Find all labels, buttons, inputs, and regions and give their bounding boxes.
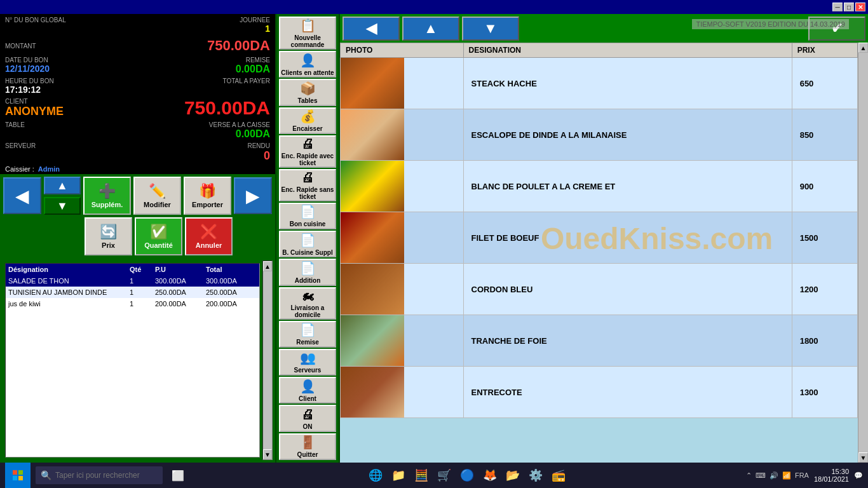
store-icon[interactable]: 🛒 (434, 465, 454, 485)
menu-item-name-3: BLANC DE POULET A LA CREME ET (463, 161, 792, 212)
svg-rect-1 (18, 470, 23, 475)
client-label: Client (299, 395, 316, 402)
folder2-icon[interactable]: 📂 (503, 465, 523, 485)
journee-value: 1 (139, 24, 271, 34)
order-list[interactable]: Désignation Qté P.U Total SALADE DE THON… (5, 263, 260, 458)
order-scrollbar[interactable]: ▲ ▼ (262, 261, 273, 460)
addition-icon: 📄 (300, 261, 316, 276)
annuler-button[interactable]: ❌ Annuler (185, 217, 233, 255)
back-button[interactable]: ◀ (3, 177, 41, 214)
taskbar-right: ⌃ ⌨ 🔊 📶 FRA 15:30 18/01/2021 💬 (746, 468, 868, 483)
order-row[interactable]: TUNISIEN AU JAMBON DINDE 1 250.00DA 250.… (6, 287, 259, 298)
start-button[interactable] (5, 463, 31, 488)
menu-row[interactable]: FILET DE BOEUF 1500 (341, 212, 858, 264)
montant-value: 750.00DA (207, 37, 270, 54)
explorer-icon[interactable]: 📁 (388, 465, 409, 485)
up-button[interactable]: ▲ (44, 177, 81, 194)
minimize-button[interactable]: ─ (832, 3, 843, 11)
heure-section: HEURE DU BON 17:19:12 (5, 78, 137, 95)
menu-row[interactable]: STEACK HACHE 650 (341, 58, 858, 109)
volume-icon[interactable]: 🔊 (770, 471, 778, 480)
middle-sidebar: 📋 Nouvelle commande 👤 Clients en attente… (276, 14, 340, 463)
livraison-button[interactable]: 🏍 Livraison a domicile (279, 287, 336, 320)
taskbar-app-icons: 🌐 📁 🧮 🛒 🔵 🦊 📂 ⚙️ 📻 (365, 465, 569, 485)
caissier-label: Caissier : (5, 165, 34, 173)
menu-row[interactable]: BLANC DE POULET A LA CREME ET 900 (341, 161, 858, 212)
menu-row[interactable]: CORDON BLEU 1200 (341, 264, 858, 315)
edge-icon[interactable]: 🌐 (365, 465, 386, 485)
modifier-label: Modifier (144, 201, 171, 208)
chrome-icon[interactable]: 🔵 (457, 465, 477, 485)
date-value: 12/11/2020 (5, 64, 137, 74)
quitter-button[interactable]: 🚪 Quitter (279, 433, 336, 460)
modifier-button[interactable]: ✏️ Modifier (133, 177, 181, 215)
menu-scroll-area[interactable]: PHOTO DESIGNATION PRIX STEACK HACHE 650 (340, 43, 858, 463)
close-button[interactable]: ✕ (855, 3, 865, 11)
addition-button[interactable]: 📄 Addition (279, 259, 336, 285)
item-name: jus de kiwi (8, 300, 130, 308)
scroll-track (263, 271, 272, 449)
calc-icon[interactable]: 🧮 (411, 465, 431, 485)
taskbar-left: 🔍 ⬜ (0, 463, 188, 488)
enc-rapide-sans-icon: 🖨 (301, 170, 314, 185)
menu-row[interactable]: ENTRECOTE 1300 (341, 367, 858, 418)
notification-icon[interactable]: 💬 (854, 471, 863, 480)
tables-icon: 📦 (300, 81, 316, 96)
suppl-button[interactable]: ➕ Supplém. (83, 177, 131, 215)
up-arrow-icon: ▲ (57, 179, 68, 193)
date-section: DATE DU BON 12/11/2020 (5, 57, 137, 75)
firefox-icon[interactable]: 🦊 (480, 465, 500, 485)
menu-content: PHOTO DESIGNATION PRIX STEACK HACHE 650 (340, 43, 868, 463)
scroll-up[interactable]: ▲ (263, 261, 272, 271)
forward-button[interactable]: ▶ (234, 177, 272, 214)
nav-left-button[interactable]: ◀ (342, 17, 400, 41)
network-icon[interactable]: 📶 (782, 471, 791, 480)
menu-scroll-down[interactable]: ▼ (858, 452, 868, 463)
encaisser-icon: 💰 (300, 109, 316, 124)
maximize-button[interactable]: □ (844, 3, 854, 11)
enc-rapide-sans-button[interactable]: 🖨 Enc. Rapide sans ticket (279, 169, 336, 201)
b-cuisine-suppl-button[interactable]: 📄 B. Cuisine Suppl (279, 231, 336, 257)
serveurs-button[interactable]: 👥 Serveurs (279, 349, 336, 376)
radio-icon[interactable]: 📻 (548, 465, 569, 485)
client-button[interactable]: 👤 Client (279, 377, 336, 403)
on-button[interactable]: 🖨 ON (279, 405, 336, 431)
clients-attente-button[interactable]: 👤 Clients en attente (279, 51, 336, 78)
menu-item-price-5: 1200 (792, 264, 857, 315)
scroll-down[interactable]: ▼ (263, 449, 272, 459)
menu-scrollbar[interactable]: ▲ ▼ (858, 43, 868, 463)
client-value: ANONYME (5, 105, 137, 118)
menu-item-price-2: 850 (792, 109, 857, 161)
enc-rapide-ticket-label: Enc. Rapide avec ticket (280, 152, 335, 166)
emporter-button[interactable]: 🎁 Emporter (184, 177, 231, 215)
tray-arrow[interactable]: ⌃ (746, 471, 752, 480)
nouvelle-commande-button[interactable]: 📋 Nouvelle commande (279, 17, 336, 50)
menu-item-name-2: ESCALOPE DE DINDE A LA MILANAISE (463, 109, 792, 161)
nav-down-button[interactable]: ▼ (462, 17, 519, 41)
tables-button[interactable]: 📦 Tables (279, 79, 336, 105)
prix-button[interactable]: 🔄 Prix (85, 217, 132, 255)
remise-value: 0.00DA (139, 64, 271, 75)
task-view-button[interactable]: ⬜ (168, 465, 188, 485)
caissier-value: Admin (38, 165, 60, 173)
remise-button[interactable]: 📄 Remise (279, 321, 336, 348)
food-photo-7 (341, 367, 404, 417)
on-label: ON (303, 423, 313, 430)
quantite-button[interactable]: ✅ Quantité (135, 217, 182, 255)
menu-row[interactable]: ESCALOPE DE DINDE A LA MILANAISE 850 (341, 109, 858, 161)
encaisser-button[interactable]: 💰 Encaisser (279, 107, 336, 134)
menu-row[interactable]: TRANCHE DE FOIE 1800 (341, 315, 858, 367)
taskbar-search[interactable]: 🔍 (36, 466, 163, 484)
down-arrow-icon: ▼ (57, 200, 68, 213)
version-info: TIEMPO-SOFT V2019 EDITION DU 14.03.2019 (692, 19, 849, 29)
search-input[interactable] (55, 471, 157, 480)
bon-cuisine-button[interactable]: 📄 Bon cuisine (279, 203, 336, 229)
menu-scroll-up[interactable]: ▲ (858, 43, 868, 53)
enc-rapide-ticket-button[interactable]: 🖨 Enc. Rapide avec ticket (279, 135, 336, 168)
app-icon[interactable]: ⚙️ (526, 465, 546, 485)
nav-up-button[interactable]: ▲ (402, 17, 459, 41)
order-row[interactable]: SALADE DE THON 1 300.00DA 300.00DA (6, 275, 259, 287)
order-row[interactable]: jus de kiwi 1 200.00DA 200.00DA (6, 298, 259, 309)
bon-label: N° DU BON GLOBAL (5, 17, 137, 24)
down-button[interactable]: ▼ (44, 197, 81, 215)
